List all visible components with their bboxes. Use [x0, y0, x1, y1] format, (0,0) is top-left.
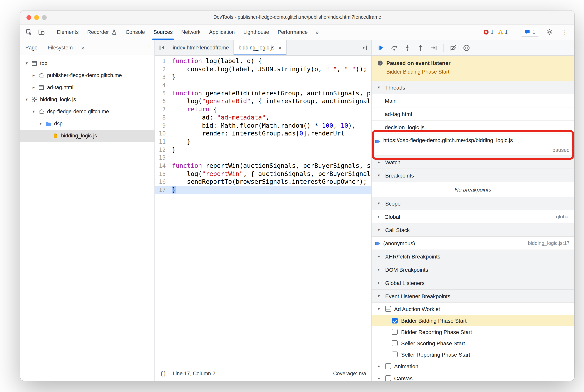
paused-banner-reason: Bidder Bidding Phase Start	[386, 69, 569, 76]
line-number[interactable]: 12	[155, 146, 172, 154]
line-number[interactable]: 9	[155, 122, 172, 130]
maximize-window-button[interactable]	[42, 15, 47, 20]
code-line: 4	[155, 81, 371, 89]
line-number[interactable]: 10	[155, 130, 172, 138]
breakpoint-group-animation[interactable]: ▸Animation	[372, 360, 574, 372]
thread-item[interactable]: decision_logic.js	[372, 121, 574, 134]
screen: DevTools - publisher-fledge-demo.glitch.…	[0, 0, 584, 392]
thread-item[interactable]: Main	[372, 94, 574, 108]
section-header-global-listeners[interactable]: ▸ Global Listeners	[372, 276, 574, 290]
tab-performance[interactable]: Performance	[273, 24, 312, 40]
deactivate-breakpoints-button[interactable]	[447, 42, 459, 54]
editor-tab-index-html-fencedframe[interactable]: index.html?fencedframe	[168, 40, 234, 55]
line-number[interactable]: 4	[155, 81, 172, 89]
navigator-menu-button[interactable]: ⋮	[144, 44, 154, 51]
code-editor[interactable]: 1function log(label, o) {2 console.log(l…	[155, 56, 371, 366]
line-number[interactable]: 5	[155, 90, 172, 98]
tab-lighthouse[interactable]: Lighthouse	[239, 24, 273, 40]
section-header-event-listener-breakpoints[interactable]: ▾ Event Listener Breakpoints	[372, 290, 574, 303]
tree-item-bidding-logic-js[interactable]: ▾bidding_logic.js	[20, 94, 154, 106]
chevron-right-icon: ▸	[375, 214, 382, 219]
section-header-dom-breakpoints[interactable]: ▸ DOM Breakpoints	[372, 263, 574, 276]
line-number[interactable]: 15	[155, 170, 172, 178]
tree-item-bidding-logic-js[interactable]: bidding_logic.js	[20, 130, 154, 142]
checkbox[interactable]	[392, 340, 398, 346]
resume-button[interactable]	[375, 42, 387, 54]
device-toolbar-button[interactable]	[35, 26, 47, 38]
editor-tab-bidding-logic-js[interactable]: bidding_logic.js×	[234, 40, 287, 55]
line-number[interactable]: 13	[155, 154, 172, 162]
checkbox[interactable]	[385, 363, 391, 369]
step-over-button[interactable]	[388, 42, 400, 54]
code-line: 5function generateBid(interestGroup, auc…	[155, 90, 371, 98]
line-number[interactable]: 2	[155, 65, 172, 73]
tab-label: Lighthouse	[243, 29, 269, 35]
close-icon[interactable]: ×	[278, 44, 282, 51]
section-header-scope[interactable]: ▾ Scope	[372, 197, 574, 210]
line-number[interactable]: 11	[155, 138, 172, 146]
settings-button[interactable]	[543, 26, 556, 38]
line-number[interactable]: 6	[155, 98, 172, 106]
tree-item-top[interactable]: ▾top	[20, 57, 154, 69]
breakpoint-item-bidder-bidding-phase-start[interactable]: Bidder Bidding Phase Start	[372, 315, 574, 326]
issues-button[interactable]: 1	[521, 28, 539, 36]
thread-item-current[interactable]: https://dsp-fledge-demo.glitch.me/dsp/bi…	[372, 134, 574, 156]
tab-application[interactable]: Application	[205, 24, 239, 40]
main-menu-button[interactable]: ⋮	[560, 28, 571, 36]
error-count[interactable]: 1	[484, 29, 494, 35]
tree-item-publisher-fledge-demo-glitch-me[interactable]: ▸publisher-fledge-demo.glitch.me	[20, 69, 154, 81]
section-header-breakpoints[interactable]: ▾ Breakpoints	[372, 169, 574, 182]
breakpoint-group-ad-auction-worklet[interactable]: ▾Ad Auction Worklet	[372, 303, 574, 315]
tree-item-ad-tag-html[interactable]: ▸ad-tag.html	[20, 81, 154, 94]
checkbox[interactable]	[392, 318, 398, 324]
checkbox[interactable]	[385, 375, 391, 381]
section-header-watch[interactable]: ▸ Watch	[372, 156, 574, 169]
breakpoint-group-canvas[interactable]: ▸Canvas	[372, 372, 574, 381]
scope-row[interactable]: ▸Globalglobal	[372, 210, 574, 224]
line-number[interactable]: 7	[155, 106, 172, 114]
checkbox[interactable]	[385, 306, 391, 312]
code-line-content: render: interestGroup.ads[0].renderUrl	[172, 130, 371, 138]
checkbox[interactable]	[392, 329, 398, 335]
step-into-button[interactable]	[401, 42, 413, 54]
checkbox[interactable]	[392, 352, 398, 357]
tab-console[interactable]: Console	[121, 24, 149, 40]
breakpoint-item-seller-reporting-phase-start[interactable]: Seller Reporting Phase Start	[372, 349, 574, 360]
more-panels-button[interactable]: »	[312, 29, 322, 36]
line-number[interactable]: 16	[155, 178, 172, 186]
tab-network[interactable]: Network	[177, 24, 205, 40]
navigator-tab-filesystem[interactable]: Filesystem	[42, 40, 78, 55]
breakpoint-item-seller-scoring-phase-start[interactable]: Seller Scoring Phase Start	[372, 338, 574, 349]
section-header-call-stack[interactable]: ▾ Call Stack	[372, 224, 574, 237]
line-number[interactable]: 17	[155, 186, 172, 194]
line-number[interactable]: 1	[155, 57, 172, 65]
pretty-print-button[interactable]: {}	[160, 370, 166, 376]
thread-item[interactable]: ad-tag.html	[372, 108, 574, 121]
more-navigator-tabs-button[interactable]: »	[78, 44, 88, 51]
tree-item-dsp-fledge-demo-glitch-me[interactable]: ▾dsp-fledge-demo.glitch.me	[20, 106, 154, 118]
section-header-xhr-breakpoints[interactable]: ▸ XHR/fetch Breakpoints	[372, 250, 574, 263]
tab-sources[interactable]: Sources	[149, 24, 177, 40]
hide-navigator-button[interactable]	[155, 40, 168, 55]
line-number[interactable]: 3	[155, 74, 172, 81]
section-title: Breakpoints	[385, 172, 414, 178]
step-button[interactable]	[428, 42, 440, 54]
line-number[interactable]: 14	[155, 162, 172, 170]
navigator-tab-page[interactable]: Page	[20, 40, 42, 55]
warning-count[interactable]: 1	[498, 29, 508, 35]
tab-recorder[interactable]: Recorder	[83, 24, 121, 40]
step-out-button[interactable]	[414, 42, 426, 54]
code-line: 9 bid: Math.floor(Math.random() * 100, 1…	[155, 122, 371, 130]
code-line: 14function reportWin(auctionSignals, per…	[155, 162, 371, 170]
section-header-threads[interactable]: ▾ Threads	[372, 81, 574, 94]
tab-elements[interactable]: Elements	[52, 24, 83, 40]
line-number[interactable]: 8	[155, 114, 172, 122]
close-window-button[interactable]	[26, 15, 31, 20]
tree-item-dsp[interactable]: ▾dsp	[20, 118, 154, 130]
open-file-list-button[interactable]	[358, 40, 371, 55]
minimize-window-button[interactable]	[34, 15, 39, 20]
inspect-button[interactable]	[22, 26, 35, 38]
breakpoint-item-bidder-reporting-phase-start[interactable]: Bidder Reporting Phase Start	[372, 326, 574, 338]
call-stack-frame[interactable]: (anonymous)bidding_logic.js:17	[372, 237, 574, 250]
pause-on-exceptions-button[interactable]	[460, 42, 472, 54]
